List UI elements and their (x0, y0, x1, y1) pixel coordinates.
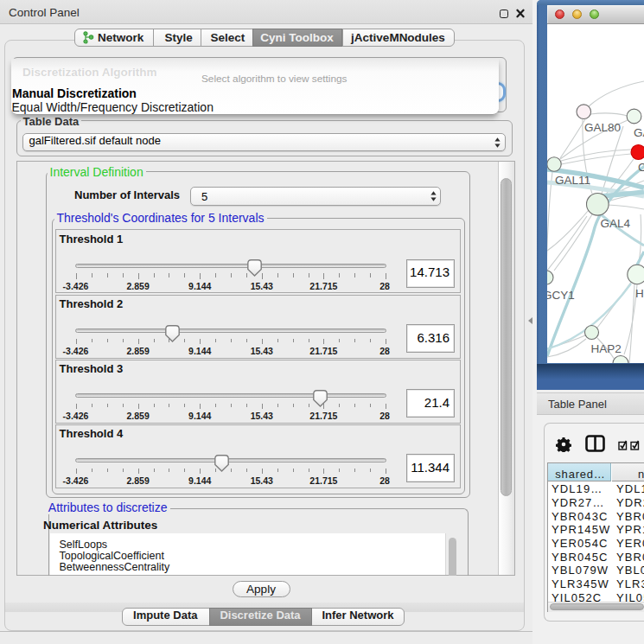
svg-text:H: H (635, 287, 644, 300)
svg-text:HAP2: HAP2 (591, 342, 622, 355)
svg-text:GA: GA (634, 126, 644, 139)
svg-text:GAL4: GAL4 (601, 217, 631, 230)
svg-text:GAL80: GAL80 (584, 121, 621, 134)
svg-text:GAL11: GAL11 (555, 174, 590, 187)
svg-text:C: C (638, 161, 644, 174)
svg-text:GCY1: GCY1 (547, 289, 575, 302)
